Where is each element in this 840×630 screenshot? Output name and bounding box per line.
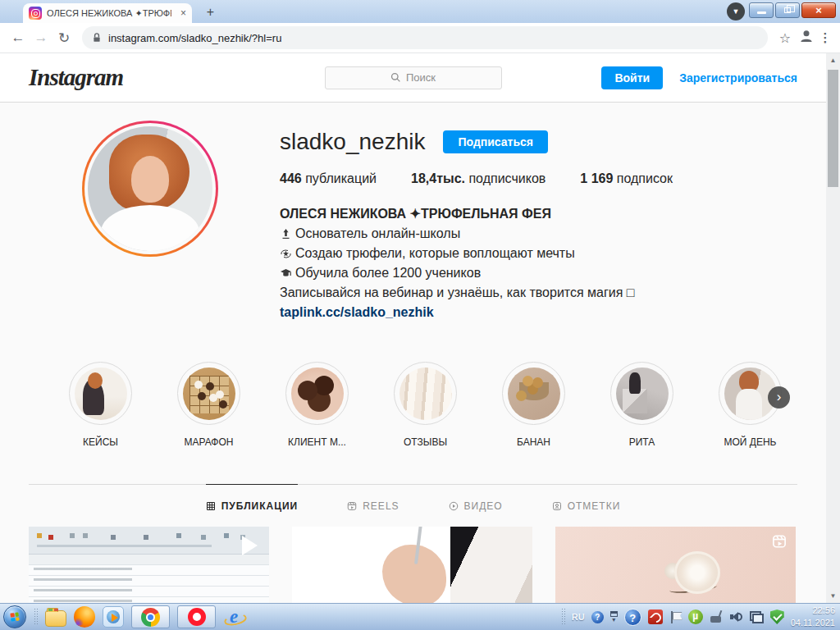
modem-tray-icon[interactable] (710, 610, 723, 623)
tab-publications[interactable]: ПУБЛИКАЦИИ (206, 484, 298, 527)
instagram-logo[interactable]: Instagram (29, 64, 123, 91)
scroll-down-icon[interactable]: ▼ (826, 592, 840, 600)
forward-icon[interactable]: → (30, 30, 52, 46)
media-player-icon[interactable] (103, 606, 124, 628)
profile-section: sladko_nezhik Подписаться 446 публикаций… (0, 103, 826, 322)
scrollbar-thumb[interactable] (828, 70, 838, 187)
highlight-label: ОТЗЫВЫ (404, 436, 447, 448)
post-photo-spoon[interactable] (292, 527, 532, 603)
story-ring[interactable] (82, 121, 218, 257)
highlight-banan[interactable]: БАНАН (502, 362, 565, 448)
explorer-icon[interactable] (45, 610, 66, 627)
highlight-otzyvy[interactable]: ОТЗЫВЫ (394, 362, 457, 448)
scroll-up-icon[interactable]: ▲ (826, 57, 840, 64)
highlight-marafon[interactable]: МАРАФОН (177, 362, 240, 448)
graduation-cap-icon (280, 267, 293, 280)
network-tray-icon[interactable] (750, 611, 764, 623)
highlight-label: РИТА (629, 436, 655, 448)
quick-launch-grip (34, 608, 38, 626)
new-tab-button[interactable]: + (202, 4, 219, 21)
profile-username: sladko_nezhik (280, 129, 425, 155)
minimize-button[interactable] (749, 2, 774, 18)
help-bubble-icon[interactable]: ? (624, 609, 641, 626)
video-play-icon (242, 536, 258, 555)
language-indicator[interactable]: RU (572, 612, 585, 622)
top-arrow-icon (280, 228, 293, 240)
restore-icon (784, 7, 791, 13)
profile-stats: 446 публикаций 18,4тыс. подписчиков 1 16… (280, 171, 673, 186)
taskbar-clock[interactable]: 22:56 04.11.2021 (791, 605, 835, 629)
tab-video[interactable]: ВИДЕО (449, 484, 503, 527)
tab-tagged[interactable]: ОТМЕТКИ (552, 484, 621, 527)
firefox-icon[interactable] (74, 606, 95, 628)
search-icon (390, 72, 401, 83)
padlock-icon (92, 32, 102, 43)
tab-title: ОЛЕСЯ НЕЖИКОВА ✦ТРЮФЕЛЬ (47, 8, 171, 19)
bio-line-text: Основатель онлайн-школы (295, 224, 460, 244)
browser-tabstrip: ОЛЕСЯ НЕЖИКОВА ✦ТРЮФЕЛЬ × + ▼ × (0, 0, 840, 23)
bio-line-text: Обучила более 1200 учеников (295, 263, 481, 283)
acrobat-tray-icon[interactable] (648, 609, 663, 624)
highlight-photo (75, 368, 127, 420)
highlight-label: МАРАФОН (185, 436, 234, 448)
profile-info: sladko_nezhik Подписаться 446 публикаций… (280, 121, 673, 322)
page-scrollbar[interactable]: ▲ ▼ (826, 53, 840, 603)
flag-tray-icon[interactable] (669, 610, 682, 624)
bio-title: ОЛЕСЯ НЕЖИКОВА ✦ТРЮФЕЛЬНАЯ ФЕЯ (280, 204, 673, 224)
tray-expand-icon[interactable]: ▾ (612, 617, 615, 623)
posts-grid (29, 527, 797, 603)
utorrent-tray-icon[interactable]: µ (688, 609, 703, 624)
bio-link[interactable]: taplink.cc/sladko_nezhik (280, 303, 673, 322)
url-text: instagram.com/sladko_nezhik/?hl=ru (108, 32, 281, 44)
play-circle-icon (449, 501, 459, 511)
following-count[interactable]: 1 169 подписок (580, 171, 673, 186)
post-reels-rose[interactable] (555, 527, 796, 603)
tray-grip (561, 608, 565, 626)
highlight-klient[interactable]: КЛИЕНТ М... (285, 362, 349, 448)
reels-badge-icon (772, 534, 787, 552)
bookmark-star-icon[interactable]: ☆ (774, 30, 796, 46)
opera-icon (188, 608, 206, 626)
chrome-task-button[interactable] (131, 605, 170, 628)
volume-tray-icon[interactable] (729, 610, 743, 623)
highlight-keysy[interactable]: КЕЙСЫ (69, 362, 132, 448)
search-placeholder: Поиск (406, 71, 436, 84)
browser-tab[interactable]: ОЛЕСЯ НЕЖИКОВА ✦ТРЮФЕЛЬ × (23, 3, 192, 23)
reels-icon (347, 501, 357, 511)
instagram-header: Instagram Поиск Войти Зарегистрироваться (0, 53, 826, 103)
post-video-excel[interactable] (29, 527, 269, 603)
highlight-rita[interactable]: РИТА (610, 362, 673, 448)
help-tray-icon[interactable]: ? (591, 611, 604, 623)
internet-explorer-icon[interactable]: e (223, 606, 244, 628)
tab-reels[interactable]: REELS (347, 484, 399, 527)
taskbar: e RU ? ▾ ? µ 22:56 04.11.2021 (0, 603, 840, 630)
profile-avatar[interactable] (88, 126, 212, 251)
security-shield-icon[interactable] (770, 609, 784, 624)
grid-icon (206, 501, 216, 511)
highlight-label: КЕЙСЫ (83, 436, 118, 448)
start-button[interactable] (3, 605, 26, 628)
instagram-favicon (29, 7, 42, 20)
tab-close-icon[interactable]: × (180, 8, 186, 18)
close-button[interactable]: × (801, 2, 836, 18)
restore-button[interactable] (775, 2, 800, 18)
search-input[interactable]: Поиск (325, 66, 502, 89)
highlight-photo (183, 368, 235, 420)
browser-menu-icon[interactable]: ⋮ (817, 30, 833, 45)
followers-count[interactable]: 18,4тыс. подписчиков (411, 171, 546, 186)
tab-search-button[interactable]: ▼ (727, 2, 745, 21)
url-bar[interactable]: instagram.com/sladko_nezhik/?hl=ru (82, 26, 768, 49)
reload-icon[interactable]: ↻ (52, 30, 75, 47)
register-link[interactable]: Зарегистрироваться (679, 71, 797, 84)
browser-toolbar: ← → ↻ instagram.com/sladko_nezhik/?hl=ru… (0, 23, 840, 53)
chrome-icon (141, 608, 160, 627)
highlights-next-button[interactable]: › (768, 386, 790, 409)
browser-profile-icon[interactable] (796, 28, 817, 48)
login-button[interactable]: Войти (601, 66, 663, 89)
bio-line-text: Создаю трюфели, которые воплощают мечты (295, 244, 575, 263)
avatar-shirt (101, 205, 199, 251)
follow-button[interactable]: Подписаться (443, 130, 548, 153)
person-frame-icon (552, 501, 562, 511)
back-icon[interactable]: ← (7, 30, 30, 46)
opera-task-button[interactable] (177, 605, 216, 628)
